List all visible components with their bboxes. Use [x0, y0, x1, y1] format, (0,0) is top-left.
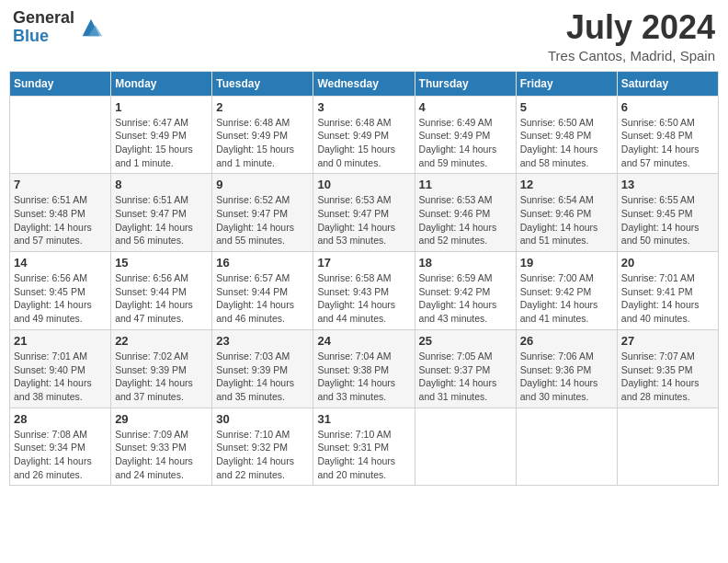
calendar-cell: 25Sunrise: 7:05 AMSunset: 9:37 PMDayligh…: [415, 329, 516, 408]
cell-text: Sunrise: 6:56 AM: [14, 271, 107, 285]
calendar-cell: 20Sunrise: 7:01 AMSunset: 9:41 PMDayligh…: [617, 252, 718, 330]
cell-text: and 35 minutes.: [216, 390, 309, 404]
calendar-week-5: 28Sunrise: 7:08 AMSunset: 9:34 PMDayligh…: [10, 408, 719, 486]
day-number: 20: [621, 256, 714, 270]
calendar-header-row: SundayMondayTuesdayWednesdayThursdayFrid…: [10, 71, 719, 96]
cell-text: and 30 minutes.: [520, 390, 613, 404]
calendar-week-2: 7Sunrise: 6:51 AMSunset: 9:48 PMDaylight…: [10, 174, 719, 252]
day-number: 27: [621, 334, 714, 348]
cell-text: and 49 minutes.: [14, 312, 107, 326]
calendar-cell: 13Sunrise: 6:55 AMSunset: 9:45 PMDayligh…: [617, 174, 718, 252]
calendar-cell: 12Sunrise: 6:54 AMSunset: 9:46 PMDayligh…: [516, 174, 617, 252]
logo-blue: Blue: [13, 28, 74, 46]
day-number: 22: [115, 334, 208, 348]
day-number: 9: [216, 178, 309, 191]
cell-text: Sunrise: 7:03 AM: [216, 350, 309, 363]
cell-text: Daylight: 14 hours: [419, 221, 512, 235]
cell-text: Sunset: 9:49 PM: [317, 129, 410, 143]
cell-text: Daylight: 14 hours: [115, 298, 208, 312]
calendar-cell: 9Sunrise: 6:52 AMSunset: 9:47 PMDaylight…: [212, 174, 313, 252]
cell-text: Daylight: 14 hours: [520, 143, 613, 156]
cell-text: and 33 minutes.: [317, 390, 410, 404]
cell-text: Sunset: 9:39 PM: [115, 363, 208, 377]
cell-text: Sunset: 9:49 PM: [115, 129, 208, 143]
calendar-week-4: 21Sunrise: 7:01 AMSunset: 9:40 PMDayligh…: [10, 329, 719, 408]
logo-icon: [78, 15, 104, 40]
header-tuesday: Tuesday: [212, 71, 313, 96]
calendar-cell: [415, 408, 516, 486]
cell-text: Daylight: 15 hours: [216, 143, 309, 156]
cell-text: Sunset: 9:44 PM: [216, 285, 309, 299]
cell-text: and 38 minutes.: [14, 390, 107, 404]
cell-text: Sunrise: 6:53 AM: [317, 193, 410, 207]
cell-text: Daylight: 14 hours: [520, 298, 613, 312]
cell-text: and 1 minute.: [216, 156, 309, 170]
cell-text: Daylight: 14 hours: [317, 221, 410, 235]
cell-text: Daylight: 14 hours: [14, 376, 107, 390]
calendar-cell: 26Sunrise: 7:06 AMSunset: 9:36 PMDayligh…: [516, 329, 617, 408]
cell-text: Daylight: 14 hours: [14, 298, 107, 312]
cell-text: and 20 minutes.: [317, 468, 410, 482]
day-number: 18: [419, 256, 512, 270]
day-number: 6: [621, 100, 714, 114]
calendar-cell: 6Sunrise: 6:50 AMSunset: 9:48 PMDaylight…: [617, 96, 718, 174]
calendar-cell: 29Sunrise: 7:09 AMSunset: 9:33 PMDayligh…: [111, 408, 212, 486]
cell-text: Sunset: 9:47 PM: [317, 207, 410, 221]
page-header: General Blue July 2024 Tres Cantos, Madr…: [9, 9, 719, 63]
cell-text: Daylight: 14 hours: [419, 376, 512, 390]
day-number: 2: [216, 100, 309, 114]
cell-text: Sunset: 9:49 PM: [419, 129, 512, 143]
cell-text: Daylight: 15 hours: [115, 143, 208, 156]
day-number: 7: [14, 178, 107, 191]
cell-text: Daylight: 14 hours: [621, 221, 714, 235]
cell-text: and 51 minutes.: [520, 234, 613, 247]
day-number: 21: [14, 334, 107, 348]
day-number: 30: [216, 412, 309, 426]
cell-text: Daylight: 14 hours: [115, 376, 208, 390]
cell-text: and 52 minutes.: [419, 234, 512, 247]
cell-text: Sunrise: 6:57 AM: [216, 271, 309, 285]
cell-text: Daylight: 14 hours: [115, 454, 208, 468]
cell-text: and 28 minutes.: [621, 390, 714, 404]
cell-text: Sunrise: 6:51 AM: [115, 193, 208, 207]
cell-text: Sunset: 9:32 PM: [216, 441, 309, 454]
calendar-cell: 18Sunrise: 6:59 AMSunset: 9:42 PMDayligh…: [415, 252, 516, 330]
cell-text: Sunset: 9:44 PM: [115, 285, 208, 299]
cell-text: Daylight: 15 hours: [317, 143, 410, 156]
cell-text: and 57 minutes.: [621, 156, 714, 170]
cell-text: Sunset: 9:31 PM: [317, 441, 410, 454]
day-number: 23: [216, 334, 309, 348]
cell-text: Daylight: 14 hours: [14, 221, 107, 235]
calendar-cell: 28Sunrise: 7:08 AMSunset: 9:34 PMDayligh…: [10, 408, 111, 486]
calendar-cell: 17Sunrise: 6:58 AMSunset: 9:43 PMDayligh…: [313, 252, 415, 330]
day-number: 11: [419, 178, 512, 191]
cell-text: Daylight: 14 hours: [216, 298, 309, 312]
calendar-cell: 7Sunrise: 6:51 AMSunset: 9:48 PMDaylight…: [10, 174, 111, 252]
cell-text: Sunrise: 6:58 AM: [317, 271, 410, 285]
cell-text: Sunrise: 6:48 AM: [317, 116, 410, 130]
cell-text: Daylight: 14 hours: [216, 221, 309, 235]
cell-text: Sunrise: 7:07 AM: [621, 350, 714, 363]
calendar-cell: 21Sunrise: 7:01 AMSunset: 9:40 PMDayligh…: [10, 329, 111, 408]
month-title: July 2024: [548, 9, 715, 46]
cell-text: Sunrise: 7:09 AM: [115, 428, 208, 442]
cell-text: Sunset: 9:43 PM: [317, 285, 410, 299]
cell-text: and 58 minutes.: [520, 156, 613, 170]
location-title: Tres Cantos, Madrid, Spain: [548, 48, 715, 63]
day-number: 19: [520, 256, 613, 270]
day-number: 17: [317, 256, 410, 270]
cell-text: Daylight: 14 hours: [14, 454, 107, 468]
cell-text: Sunrise: 7:06 AM: [520, 350, 613, 363]
header-sunday: Sunday: [10, 71, 111, 96]
cell-text: and 50 minutes.: [621, 234, 714, 247]
day-number: 24: [317, 334, 410, 348]
cell-text: Sunrise: 6:54 AM: [520, 193, 613, 207]
calendar-cell: 2Sunrise: 6:48 AMSunset: 9:49 PMDaylight…: [212, 96, 313, 174]
calendar-cell: 16Sunrise: 6:57 AMSunset: 9:44 PMDayligh…: [212, 252, 313, 330]
header-friday: Friday: [516, 71, 617, 96]
day-number: 25: [419, 334, 512, 348]
cell-text: Sunset: 9:48 PM: [14, 207, 107, 221]
cell-text: Sunrise: 7:10 AM: [317, 428, 410, 442]
cell-text: Sunset: 9:45 PM: [14, 285, 107, 299]
cell-text: Sunset: 9:42 PM: [520, 285, 613, 299]
